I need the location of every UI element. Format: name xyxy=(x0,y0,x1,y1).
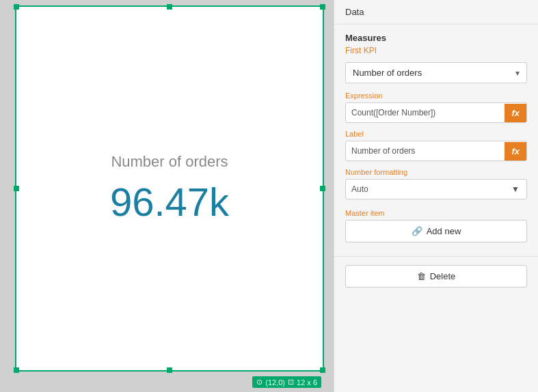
delete-section: 🗑 Delete xyxy=(334,256,538,296)
label-input[interactable] xyxy=(346,141,505,160)
widget-status-bar: ⊙ (12,0) ⊡ 12 x 6 xyxy=(252,376,321,388)
expression-label: Expression xyxy=(345,92,527,100)
delete-button[interactable]: 🗑 Delete xyxy=(345,265,527,288)
add-new-button[interactable]: 🔗 Add new xyxy=(345,220,527,242)
label-field-label: Label xyxy=(345,130,527,138)
widget-container[interactable]: Number of orders 96.47k xyxy=(15,5,324,372)
expression-input[interactable] xyxy=(346,103,505,122)
dropdown-arrow-icon: ▼ xyxy=(505,180,526,199)
measure-name: Number of orders xyxy=(353,68,422,78)
expression-fx-button[interactable]: fx xyxy=(505,104,526,122)
master-item-label: Master item xyxy=(345,209,527,217)
status-separator: ⊡ xyxy=(288,378,294,387)
handle-top-center[interactable] xyxy=(167,4,172,10)
data-tab[interactable]: Data xyxy=(334,0,538,25)
measures-header: Measures xyxy=(345,33,527,43)
handle-top-right[interactable] xyxy=(320,4,325,10)
first-kpi-label: First KPI xyxy=(345,46,527,55)
chevron-down-icon: ▾ xyxy=(515,68,520,78)
right-panel: Data Measures First KPI Number of orders… xyxy=(334,0,538,392)
status-icon: ⊙ xyxy=(256,378,263,387)
status-size: 12 x 6 xyxy=(297,378,317,387)
handle-middle-left[interactable] xyxy=(14,186,19,191)
handle-bottom-center[interactable] xyxy=(167,367,172,373)
handle-bottom-left[interactable] xyxy=(14,367,19,373)
label-input-row: fx xyxy=(345,141,527,161)
measure-collapsible[interactable]: Number of orders ▾ xyxy=(345,62,527,83)
expression-input-row: fx xyxy=(345,102,527,123)
tab-label: Data xyxy=(345,7,364,17)
number-formatting-label: Number formatting xyxy=(345,168,527,176)
kpi-value: 96.47k xyxy=(110,179,229,225)
number-formatting-select-row: Auto ▼ xyxy=(345,179,527,199)
link-icon: 🔗 xyxy=(412,226,422,236)
add-new-label: Add new xyxy=(427,226,461,236)
fx-icon: fx xyxy=(511,108,520,118)
delete-label: Delete xyxy=(430,271,456,281)
handle-middle-right[interactable] xyxy=(320,186,325,191)
canvas-area: Number of orders 96.47k ⊙ (12,0) ⊡ 12 x … xyxy=(0,0,334,392)
kpi-label: Number of orders xyxy=(111,153,228,171)
label-fx-icon: fx xyxy=(511,146,520,156)
number-formatting-select[interactable]: Auto xyxy=(346,180,505,199)
handle-bottom-right[interactable] xyxy=(320,367,325,373)
label-fx-button[interactable]: fx xyxy=(505,142,526,160)
handle-top-left[interactable] xyxy=(14,4,19,10)
measures-section: Measures First KPI Number of orders ▾ Ex… xyxy=(334,25,538,256)
trash-icon: 🗑 xyxy=(417,271,426,281)
status-coords: (12,0) xyxy=(265,378,285,387)
